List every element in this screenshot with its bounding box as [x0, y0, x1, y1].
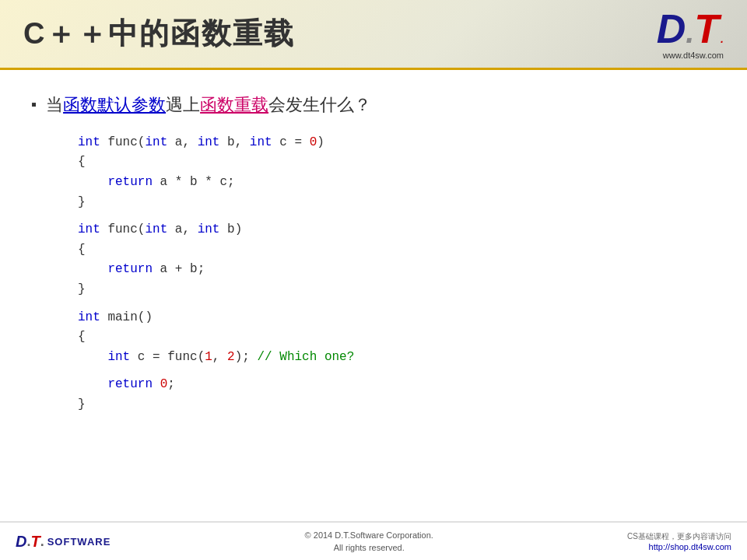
code-line-11: int c = func(1, 2); // Which one?: [78, 348, 716, 368]
code-line-8: }: [78, 280, 716, 300]
footer-copyright: © 2014 D.T.Software Corporation. All rig…: [305, 529, 433, 555]
code-line-6: {: [78, 240, 716, 261]
footer-url-line1: CS基础课程，更多内容请访问: [627, 531, 731, 542]
code-line-4: }: [78, 193, 716, 213]
copyright-line1: © 2014 D.T.Software Corporation.: [305, 529, 433, 542]
footer-logo-dot2: .: [40, 534, 44, 550]
bullet-symbol: ▪: [31, 96, 37, 114]
blank-1: [78, 212, 716, 220]
footer-logo-text: SOFTWARE: [47, 536, 111, 548]
code-line-3: return a * b * c;: [78, 173, 716, 193]
code-line-9: int main(): [78, 308, 716, 328]
slide-title: C＋＋中的函数重载: [23, 14, 295, 54]
logo-dot1: .: [686, 16, 694, 47]
logo-d-letter: D: [657, 9, 686, 49]
main-content: ▪ 当函数默认参数遇上函数重载会发生什么？ int func(int a, in…: [0, 70, 747, 521]
footer-url: CS基础课程，更多内容请访问 http://shop.dt4sw.com: [627, 531, 731, 551]
text-link2: 函数重载: [200, 95, 268, 114]
footer-logo-t: T: [30, 533, 40, 551]
footer-logo: D . T . SOFTWARE: [16, 533, 110, 551]
footer-url-line2: http://shop.dt4sw.com: [627, 542, 731, 551]
blank-2: [78, 300, 716, 308]
code-line-7: return a + b;: [78, 260, 716, 280]
text-suffix: 会发生什么？: [268, 95, 371, 114]
logo-website: www.dt4sw.com: [663, 51, 724, 60]
bullet-text: 当函数默认参数遇上函数重载会发生什么？: [46, 93, 371, 117]
blank-3: [78, 367, 716, 375]
text-prefix: 当: [46, 95, 63, 114]
header: C＋＋中的函数重载 D . T . www.dt4sw.com: [0, 0, 747, 70]
footer: D . T . SOFTWARE © 2014 D.T.Software Cor…: [0, 521, 747, 560]
bullet-item: ▪ 当函数默认参数遇上函数重载会发生什么？: [31, 93, 716, 117]
code-line-13: }: [78, 395, 716, 415]
code-line-1: int func(int a, int b, int c = 0): [78, 133, 716, 153]
copyright-line2: All rights reserved.: [305, 541, 433, 555]
header-logo: D . T . www.dt4sw.com: [657, 9, 724, 60]
footer-logo-d: D: [16, 533, 26, 551]
logo-dot2: .: [721, 33, 724, 44]
slide: C＋＋中的函数重载 D . T . www.dt4sw.com ▪ 当函数默认参…: [0, 0, 747, 560]
logo-t-letter: T: [694, 9, 719, 49]
code-line-5: int func(int a, int b): [78, 220, 716, 240]
code-line-12: return 0;: [78, 375, 716, 395]
code-block: int func(int a, int b, int c = 0) { retu…: [78, 133, 716, 415]
logo-dt: D . T .: [657, 9, 724, 49]
text-link1: 函数默认参数: [63, 95, 166, 114]
code-line-10: {: [78, 327, 716, 348]
text-mid: 遇上: [166, 95, 200, 114]
code-line-2: {: [78, 152, 716, 173]
